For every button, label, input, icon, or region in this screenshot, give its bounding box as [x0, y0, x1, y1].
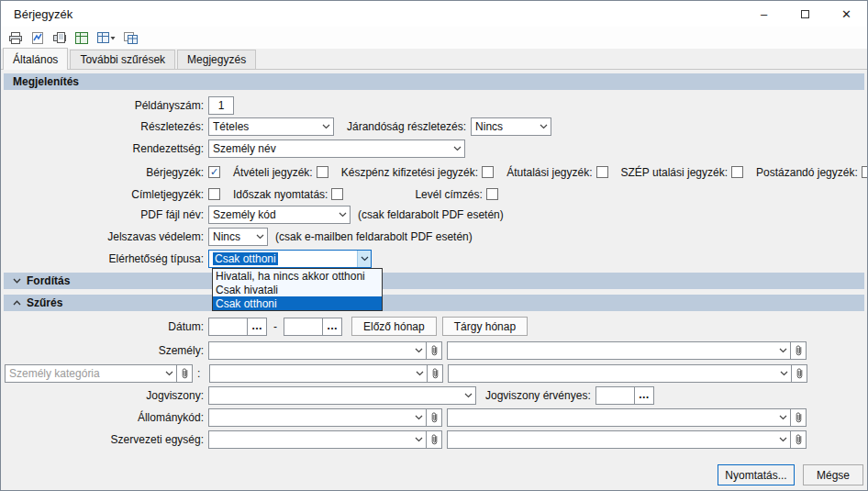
tab-altalanos[interactable]: Általános [3, 48, 68, 70]
attachment-button[interactable] [791, 430, 807, 449]
reszletezes-label: Részletezés: [1, 120, 208, 133]
chevron-down-icon[interactable] [413, 365, 427, 382]
rendezettseg-combo[interactable]: Személy név [208, 139, 465, 158]
cimletjegyzek-checkbox[interactable] [208, 188, 220, 200]
idoszak-nyomtatas-checkbox[interactable] [331, 188, 343, 200]
section-forditas[interactable]: Fordítás [4, 273, 864, 289]
row-szemely-kategoria: Személy kategória : [5, 363, 807, 383]
allomanykod-combo-1[interactable] [208, 408, 427, 427]
jarandosag-reszletezes-value: Nincs [475, 120, 503, 133]
berjegyzek-checkbox[interactable]: ✓ [208, 166, 220, 178]
elerhetoseg-tipusa-combo[interactable]: Csak otthoni [208, 250, 372, 268]
berjegyzek-label: Bérjegyzék: [1, 166, 208, 179]
section-forditas-title: Fordítás [27, 274, 70, 287]
attachment-button[interactable] [427, 430, 442, 449]
print-settings-button[interactable] [51, 28, 68, 47]
datum-tol-input[interactable]: … [208, 318, 267, 336]
elerhetoseg-tipusa-value: Csak otthoni [213, 252, 278, 265]
print-preview-button[interactable] [29, 28, 46, 47]
dropdown-option[interactable]: Hivatali, ha nincs akkor otthoni [213, 269, 382, 283]
jarandosag-reszletezes-label: Járandóság részletezés: [347, 120, 466, 133]
elozo-honap-button[interactable]: Előző hónap [351, 317, 437, 336]
atutalasi-jegyzek-checkbox[interactable] [596, 166, 608, 178]
szemely-combo-2[interactable] [447, 341, 791, 360]
jarandosag-reszletezes-combo[interactable]: Nincs [471, 117, 551, 136]
jogviszony-ervenyes-input[interactable]: … [595, 386, 654, 405]
export-excel-button[interactable] [73, 28, 90, 47]
keszpenz-jegyzek-checkbox[interactable] [482, 166, 494, 178]
keszpenz-jegyzek-label: Készpénz kifizetési jegyzék: [341, 166, 478, 179]
chevron-down-icon[interactable] [776, 342, 790, 359]
cimletjegyzek-label: Címletjegyzék: [1, 188, 208, 201]
tab-megjegyzes[interactable]: Megjegyzés [177, 50, 256, 70]
row-szemely: Személy: [1, 340, 807, 360]
chevron-down-icon[interactable] [412, 342, 426, 359]
chevron-down-icon[interactable] [776, 431, 790, 448]
close-button[interactable]: ✕ [826, 1, 867, 27]
targy-honap-button[interactable]: Tárgy hónap [442, 317, 528, 336]
export-table-dropdown-button[interactable] [95, 28, 117, 47]
kategoria-combo-1[interactable] [209, 364, 428, 383]
jogviszony-ervenyes-ellipsis-button[interactable]: … [634, 386, 654, 405]
attachment-button[interactable] [792, 364, 807, 383]
section-szures-title: Szűrés [27, 296, 62, 309]
print-button[interactable] [7, 28, 24, 47]
row-allomanykod: Állománykód: [1, 407, 807, 427]
chevron-up-icon [13, 300, 21, 306]
chevron-down-icon[interactable] [357, 251, 371, 267]
chevron-down-icon[interactable] [537, 118, 551, 135]
peldanyszam-input[interactable]: 1 [208, 96, 234, 115]
chevron-down-icon[interactable] [253, 229, 267, 245]
paperclip-icon [795, 367, 804, 380]
szep-utalasi-jegyzek-checkbox[interactable] [731, 166, 743, 178]
row-rendezettseg: Rendezettség: Személy név [1, 139, 465, 158]
chevron-down-icon[interactable] [451, 140, 464, 157]
szervezeti-egyseg-combo-2[interactable] [447, 430, 791, 449]
allomanykod-combo-2[interactable] [447, 408, 791, 427]
dropdown-option[interactable]: Csak hivatali [213, 283, 382, 296]
jelszavas-vedelem-combo[interactable]: Nincs [208, 228, 268, 246]
chevron-down-icon[interactable] [777, 365, 791, 382]
datum-ig-ellipsis-button[interactable]: … [322, 318, 342, 336]
copy-table-button[interactable] [122, 28, 139, 47]
szervezeti-egyseg-combo-1[interactable] [208, 430, 427, 449]
attachment-button[interactable] [428, 364, 443, 383]
paperclip-icon [794, 344, 803, 357]
nyomtatas-button[interactable]: Nyomtatás... [718, 464, 795, 485]
datum-ig-input[interactable]: … [284, 318, 342, 336]
chevron-down-icon[interactable] [462, 387, 475, 404]
tab-tovabbi-szuresek[interactable]: További szűrések [70, 50, 175, 70]
section-szures[interactable]: Szűrés [4, 295, 864, 311]
minimize-button[interactable]: – [743, 1, 785, 27]
datum-ig-text[interactable] [284, 318, 322, 336]
chevron-down-icon[interactable] [319, 118, 333, 135]
szemely-kategoria-combo[interactable]: Személy kategória [5, 364, 177, 383]
pdf-fajlnev-combo[interactable]: Személy kód [208, 206, 351, 224]
preview-pen-icon [30, 31, 45, 45]
megse-button[interactable]: Mégse [803, 464, 863, 485]
attachment-button[interactable] [427, 408, 442, 427]
attachment-button[interactable] [791, 341, 807, 360]
chevron-down-icon[interactable] [336, 206, 350, 223]
maximize-button[interactable] [785, 1, 826, 27]
datum-tol-text[interactable] [208, 318, 247, 336]
kategoria-combo-2[interactable] [448, 364, 792, 383]
chevron-down-icon[interactable] [776, 409, 790, 426]
datum-tol-ellipsis-button[interactable]: … [247, 318, 267, 336]
jogviszony-ervenyes-text[interactable] [595, 386, 634, 405]
chevron-down-icon[interactable] [412, 431, 426, 448]
attachment-button[interactable] [791, 408, 807, 427]
dropdown-option-selected[interactable]: Csak otthoni [213, 296, 382, 310]
postazando-jegyzek-checkbox[interactable] [862, 166, 868, 178]
chevron-down-icon[interactable] [412, 409, 426, 426]
chevron-down-icon[interactable] [162, 365, 176, 382]
level-cimzes-checkbox[interactable] [486, 188, 498, 200]
attachment-button[interactable] [177, 364, 193, 383]
row-jelszavas-vedelem: Jelszavas védelem: Nincs (csak e-mailben… [1, 227, 473, 246]
szemely-combo-1[interactable] [208, 341, 427, 360]
jogviszony-combo[interactable] [208, 386, 476, 405]
szervezeti-egyseg-label: Szervezeti egység: [1, 433, 208, 446]
atveteli-jegyzek-checkbox[interactable] [317, 166, 328, 178]
attachment-button[interactable] [427, 341, 442, 360]
reszletezes-combo[interactable]: Tételes [208, 117, 334, 136]
